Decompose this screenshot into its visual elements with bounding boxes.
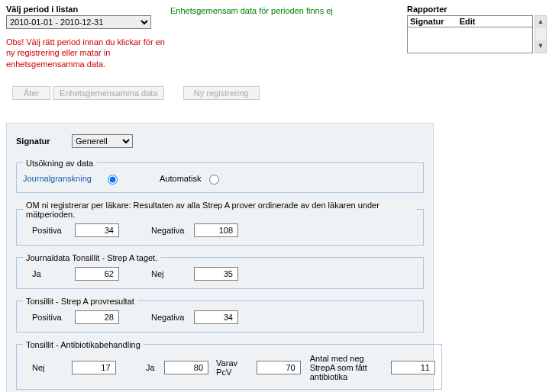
journaldata-legend: Journaldata Tonsillit - Strep A taget. <box>23 253 160 262</box>
om-legend: OM ni registrerar per läkare: Resultaten… <box>23 201 417 219</box>
antibiotika-fieldset: Tonsillit - Antibiotikabehandling Nej Ja… <box>16 340 442 390</box>
ab-varav-input[interactable] <box>257 361 301 374</box>
journalgranskning-label: Journalgranskning <box>23 174 99 183</box>
ab-nej-label: Nej <box>32 363 67 372</box>
ab-nej-input[interactable] <box>72 361 116 374</box>
nyreg-button[interactable]: Ny registrering <box>183 86 260 100</box>
journaldata-fieldset: Journaldata Tonsillit - Strep A taget. J… <box>16 253 424 289</box>
ab-ja-label: Ja <box>146 363 160 372</box>
ab-ja-input[interactable] <box>164 361 208 374</box>
utsokning-legend: Utsökning av data <box>23 159 96 168</box>
period-select[interactable]: 2010-01-01 - 2010-12-31 <box>6 15 151 29</box>
provresultat-legend: Tonsillit - Strep A provresultat <box>23 297 137 306</box>
rapport-scrollbar[interactable]: ▲ ▼ <box>534 15 547 53</box>
ab-varav-label: Varav PcV <box>216 358 252 377</box>
antibiotika-legend: Tonsillit - Antibiotikabehandling <box>23 340 144 349</box>
ab-antal-label: Antal med neg StrepA som fått antibiotik… <box>310 354 386 381</box>
rapporter-label: Rapporter <box>407 5 533 14</box>
om-negativa-input[interactable] <box>194 223 238 237</box>
prov-positiva-label: Positiva <box>32 313 70 322</box>
ater-button[interactable]: Åter <box>12 86 50 100</box>
journaldata-nej-label: Nej <box>151 269 189 278</box>
rapport-col-signatur: Signatur <box>410 17 444 26</box>
provresultat-fieldset: Tonsillit - Strep A provresultat Positiv… <box>16 297 424 333</box>
rapporter-table[interactable]: Signatur Edit <box>407 15 533 53</box>
utsokning-fieldset: Utsökning av data Journalgranskning Auto… <box>16 159 424 193</box>
journalgranskning-radio[interactable] <box>108 175 118 185</box>
enhets-button[interactable]: Enhetsgemensamma data <box>53 86 164 100</box>
prov-negativa-input[interactable] <box>194 310 238 324</box>
automatisk-radio[interactable] <box>209 175 219 185</box>
signatur-label: Signatur <box>16 137 69 146</box>
journaldata-ja-input[interactable] <box>75 267 119 281</box>
main-panel: Signatur Generell Utsökning av data Jour… <box>6 123 434 392</box>
prov-negativa-label: Negativa <box>151 313 189 322</box>
om-negativa-label: Negativa <box>151 226 189 235</box>
om-positiva-label: Positiva <box>32 226 70 235</box>
ab-antal-input[interactable] <box>391 361 435 374</box>
journaldata-ja-label: Ja <box>32 269 70 278</box>
period-label: Välj period i listan <box>6 5 170 14</box>
om-positiva-input[interactable] <box>75 223 119 237</box>
journaldata-nej-input[interactable] <box>194 267 238 281</box>
om-fieldset: OM ni registrerar per läkare: Resultaten… <box>16 201 424 246</box>
automatisk-label: Automatisk <box>160 174 201 183</box>
warning-text: Obs! Välj rätt period innan du klickar f… <box>6 37 170 69</box>
mid-message: Enhetsgemensam data för perioden finns e… <box>170 6 407 15</box>
signatur-select[interactable]: Generell <box>72 134 133 148</box>
prov-positiva-input[interactable] <box>75 310 119 324</box>
rapport-col-edit: Edit <box>460 17 476 26</box>
scroll-up-icon[interactable]: ▲ <box>535 16 546 28</box>
scroll-down-icon[interactable]: ▼ <box>535 40 546 53</box>
